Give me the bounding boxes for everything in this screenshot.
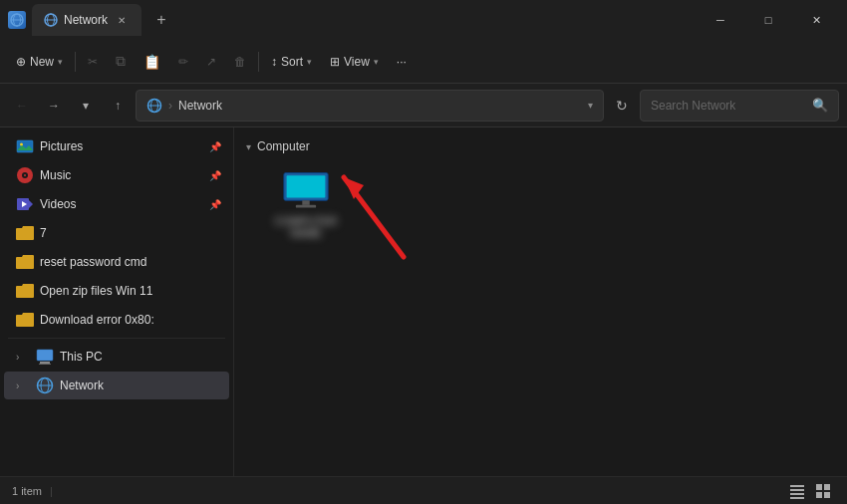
refresh-button[interactable]: ↻ — [608, 92, 636, 120]
address-input[interactable]: › Network ▾ — [136, 90, 604, 122]
paste-icon: 📋 — [143, 54, 160, 70]
sidebar-item-this-pc-label: This PC — [60, 350, 103, 364]
sidebar-item-videos[interactable]: Videos 📌 — [4, 190, 229, 218]
sidebar-item-download-error[interactable]: Download error 0x80: — [4, 306, 229, 334]
sidebar-item-download-label: Download error 0x80: — [40, 313, 154, 327]
new-icon: ⊕ — [16, 55, 26, 69]
view-large-icons-icon — [815, 483, 831, 499]
close-button[interactable]: ✕ — [793, 4, 839, 36]
sidebar-divider — [8, 338, 225, 339]
tab-network-icon — [44, 13, 58, 27]
view-icon: ⊞ — [330, 55, 340, 69]
delete-icon: 🗑 — [234, 55, 246, 69]
rename-icon: ✏ — [178, 55, 188, 69]
svg-rect-9 — [17, 140, 33, 152]
sidebar-item-pictures[interactable]: Pictures 📌 — [4, 132, 229, 160]
minimize-button[interactable]: ─ — [698, 4, 743, 36]
toolbar-separator-2 — [258, 52, 259, 72]
svg-rect-18 — [40, 362, 50, 364]
window-controls: ─ □ ✕ — [698, 4, 839, 36]
address-bar: ← → ▾ ↑ › Network ▾ ↻ Search Network 🔍 — [0, 84, 847, 127]
computer-item-label: COMPUTER NAME — [270, 215, 342, 239]
search-box[interactable]: Search Network 🔍 — [640, 90, 839, 122]
up-button[interactable]: ↑ — [104, 92, 132, 120]
toolbar-separator-1 — [75, 52, 76, 72]
new-button[interactable]: ⊕ New ▾ — [8, 46, 71, 78]
svg-rect-29 — [790, 485, 804, 487]
search-placeholder: Search Network — [651, 99, 806, 113]
sidebar-item-folder7-label: 7 — [40, 226, 47, 240]
more-icon: ··· — [397, 55, 407, 69]
search-icon: 🔍 — [812, 98, 828, 113]
this-pc-icon — [36, 348, 54, 366]
sidebar-item-music-label: Music — [40, 168, 71, 182]
back-button[interactable]: ← — [8, 92, 36, 120]
view-details-icon — [789, 483, 805, 499]
folder-download-icon — [16, 313, 34, 327]
new-tab-button[interactable]: + — [147, 6, 175, 34]
network-sidebar-icon — [36, 377, 54, 394]
sidebar-item-pictures-label: Pictures — [40, 139, 83, 153]
cut-icon: ✂ — [88, 55, 98, 69]
title-bar: Network ✕ + ─ □ ✕ — [0, 0, 847, 40]
pin-icon: 📌 — [209, 141, 221, 152]
sidebar-expand-network-icon: › — [16, 380, 30, 391]
svg-rect-25 — [302, 200, 309, 205]
sidebar-item-this-pc[interactable]: › This PC — [4, 343, 229, 371]
pin-icon: 📌 — [209, 199, 221, 210]
address-dropdown-icon: ▾ — [588, 100, 593, 111]
more-button[interactable]: ··· — [389, 46, 415, 78]
address-network-icon — [146, 98, 162, 114]
forward-button[interactable]: → — [40, 92, 68, 120]
sort-chevron-icon: ▾ — [307, 57, 312, 67]
pin-icon: 📌 — [209, 170, 221, 181]
breadcrumb-separator: › — [168, 99, 172, 113]
sort-icon: ↕ — [271, 55, 277, 69]
sidebar-item-videos-label: Videos — [40, 197, 76, 211]
view-toggle-group — [785, 479, 835, 503]
active-tab[interactable]: Network ✕ — [32, 4, 141, 36]
svg-rect-26 — [296, 205, 316, 208]
sidebar-item-open-zip[interactable]: Open zip files Win 11 — [4, 277, 229, 305]
sidebar-item-network[interactable]: › Network — [4, 372, 229, 399]
view-button[interactable]: ⊞ View ▾ — [322, 46, 387, 78]
section-chevron-icon: ▾ — [246, 141, 251, 152]
items-grid: COMPUTER NAME — [246, 163, 835, 247]
history-button[interactable]: ▾ — [72, 92, 100, 120]
svg-rect-36 — [824, 492, 830, 498]
music-icon — [16, 166, 34, 184]
delete-button[interactable]: 🗑 — [226, 46, 254, 78]
sidebar-item-reset-label: reset password cmd — [40, 255, 146, 269]
new-chevron-icon: ▾ — [58, 57, 63, 67]
computer-item[interactable]: COMPUTER NAME — [266, 163, 346, 247]
address-path: Network — [178, 99, 222, 113]
pictures-icon — [16, 137, 34, 155]
copy-button[interactable]: ⧉ — [108, 46, 134, 78]
computer-file-icon — [282, 171, 330, 211]
view-details-button[interactable] — [785, 479, 809, 503]
view-label: View — [344, 55, 370, 69]
svg-point-10 — [20, 143, 23, 146]
sidebar-item-zip-label: Open zip files Win 11 — [40, 284, 152, 298]
sidebar-item-music[interactable]: Music 📌 — [4, 161, 229, 189]
sort-button[interactable]: ↕ Sort ▾ — [263, 46, 320, 78]
copy-icon: ⧉ — [116, 53, 126, 70]
main-layout: Pictures 📌 Music 📌 Videos 📌 — [0, 127, 847, 476]
paste-button[interactable]: 📋 — [136, 46, 168, 78]
sidebar-item-folder-7[interactable]: 7 — [4, 219, 229, 247]
rename-button[interactable]: ✏ — [170, 46, 196, 78]
view-large-icons-button[interactable] — [811, 479, 835, 503]
section-header-computer[interactable]: ▾ Computer — [246, 139, 835, 153]
sidebar-item-network-label: Network — [60, 378, 104, 392]
svg-rect-19 — [39, 364, 51, 365]
maximize-button[interactable]: □ — [745, 4, 791, 36]
new-label: New — [30, 55, 54, 69]
monitor-svg-icon — [282, 169, 330, 213]
share-button[interactable]: ↗ — [198, 46, 224, 78]
sidebar-item-reset-password[interactable]: reset password cmd — [4, 248, 229, 276]
svg-rect-32 — [790, 497, 804, 499]
cut-button[interactable]: ✂ — [80, 46, 106, 78]
sidebar-expand-this-pc-icon: › — [16, 352, 30, 363]
tab-close-button[interactable]: ✕ — [114, 12, 130, 28]
folder-7-icon — [16, 226, 34, 240]
